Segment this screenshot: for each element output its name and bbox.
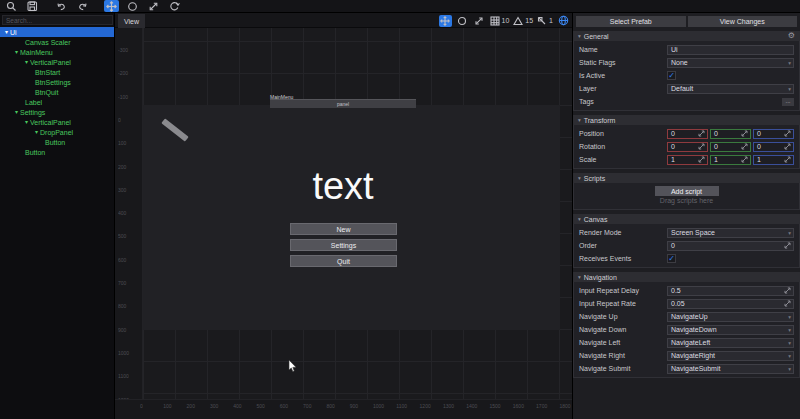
chevron-down-icon[interactable]: ▾: [15, 49, 18, 55]
vector-field-x[interactable]: 0: [667, 142, 708, 152]
ruler-left: -300-200-1000100200300400500600700800900…: [115, 28, 143, 399]
vector-field-x[interactable]: 0: [667, 129, 708, 139]
tree-item-btnquit[interactable]: BtnQuit: [0, 87, 114, 97]
field-value: NavigateRight: [671, 352, 715, 359]
tree-item-button[interactable]: Button: [0, 147, 114, 157]
navigate-submit-dropdown[interactable]: NavigateSubmit▾: [667, 364, 794, 374]
tree-item-label[interactable]: Label: [0, 97, 114, 107]
vector-field-y[interactable]: 0: [710, 142, 751, 152]
tree-item-mainmenu[interactable]: ▾MainMenu: [0, 47, 114, 57]
section-header-navigation[interactable]: ▾Navigation: [573, 272, 800, 282]
section-header-transform[interactable]: ▾Transform: [573, 115, 800, 125]
grid-snap-control[interactable]: 10: [490, 15, 510, 27]
ruler-bottom-label: 1700: [536, 403, 547, 409]
tree-item-label: MainMenu: [20, 49, 53, 56]
scene-button-settings[interactable]: Settings: [290, 239, 397, 251]
section-title: Canvas: [584, 216, 608, 223]
tree-item-button[interactable]: Button: [0, 137, 114, 147]
ruler-bottom-label: 700: [303, 403, 311, 409]
field-label: Receives Events: [579, 255, 667, 262]
vector-field-z[interactable]: 1: [753, 155, 794, 165]
globe-icon[interactable]: [557, 15, 570, 27]
static-flags-dropdown[interactable]: None▾: [667, 58, 794, 68]
layer-dropdown[interactable]: Default▾: [667, 84, 794, 94]
ruler-bottom-label: 500: [257, 403, 265, 409]
input-repeat-delay-field[interactable]: 0.5: [667, 286, 794, 296]
tree-item-btnsettings[interactable]: BtnSettings: [0, 77, 114, 87]
vector-field-x[interactable]: 1: [667, 155, 708, 165]
navigate-up-dropdown[interactable]: NavigateUp▾: [667, 312, 794, 322]
cursor-tool-control[interactable]: 1: [537, 15, 553, 27]
section-body: Add scriptDrag scripts here: [573, 183, 800, 210]
search-icon[interactable]: [4, 0, 19, 12]
redo-icon[interactable]: [75, 0, 90, 12]
tree-item-verticalpanel[interactable]: ▾VerticalPanel: [0, 57, 114, 67]
field-value: None: [671, 59, 688, 66]
ruler-bottom-label: 400: [233, 403, 241, 409]
section-header-general[interactable]: ▾General⚙: [573, 31, 800, 41]
receives-events-checkbox[interactable]: ✓: [667, 254, 676, 263]
scale-tool-icon[interactable]: [473, 15, 486, 27]
undo-icon[interactable]: [54, 0, 69, 12]
vector-field-z[interactable]: 0: [753, 142, 794, 152]
scene-button-quit[interactable]: Quit: [290, 255, 397, 267]
row-render-mode: Render ModeScreen Space▾: [574, 226, 799, 239]
section-header-scripts[interactable]: ▾Scripts: [573, 173, 800, 183]
rotate-tool-icon[interactable]: [456, 15, 469, 27]
chevron-down-icon[interactable]: ▾: [25, 119, 28, 125]
navigate-right-dropdown[interactable]: NavigateRight▾: [667, 351, 794, 361]
tree-item-btnstart[interactable]: BtnStart: [0, 67, 114, 77]
gear-icon[interactable]: ⚙: [788, 32, 795, 40]
scene-viewport[interactable]: -300-200-1000100200300400500600700800900…: [115, 13, 572, 419]
view-changes-button[interactable]: View Changes: [688, 16, 798, 27]
scale-tool-icon[interactable]: [146, 0, 161, 12]
vector-field-y[interactable]: 1: [710, 155, 751, 165]
rotate-tool-icon[interactable]: [125, 0, 140, 12]
order-field[interactable]: 0: [667, 241, 794, 251]
name-field[interactable]: Ui: [667, 45, 794, 55]
scene-button-new[interactable]: New: [290, 223, 397, 235]
row-name: NameUi: [574, 43, 799, 56]
tree-item-verticalpanel[interactable]: ▾VerticalPanel: [0, 117, 114, 127]
tags-more-button[interactable]: ...: [782, 98, 794, 106]
move-tool-icon[interactable]: [104, 0, 119, 12]
navigate-left-dropdown[interactable]: NavigateLeft▾: [667, 338, 794, 348]
tree-item-droppanel[interactable]: ▾DropPanel: [0, 127, 114, 137]
row-scale: Scale111: [574, 153, 799, 166]
tree-item-canvas-scaler[interactable]: Canvas Scaler: [0, 37, 114, 47]
field-label: Static Flags: [579, 59, 667, 66]
input-repeat-rate-field[interactable]: 0.05: [667, 299, 794, 309]
save-icon[interactable]: [25, 0, 40, 12]
field-value: NavigateDown: [671, 326, 717, 333]
search-input[interactable]: [2, 15, 113, 25]
add-script-button[interactable]: Add script: [655, 186, 719, 196]
chevron-down-icon[interactable]: ▾: [35, 129, 38, 135]
chevron-down-icon[interactable]: ▾: [25, 59, 28, 65]
tab-view[interactable]: View: [118, 14, 145, 28]
row-navigate-right: Navigate RightNavigateRight▾: [574, 349, 799, 362]
scene-label-text[interactable]: text: [243, 165, 443, 208]
section-header-canvas[interactable]: ▾Canvas: [573, 214, 800, 224]
tree-item-settings[interactable]: ▾Settings: [0, 107, 114, 117]
mouse-cursor-icon: [288, 360, 298, 373]
vector-field-y[interactable]: 0: [710, 129, 751, 139]
is-active-checkbox[interactable]: ✓: [667, 71, 676, 80]
field-label: Render Mode: [579, 229, 667, 236]
navigate-down-dropdown[interactable]: NavigateDown▾: [667, 325, 794, 335]
field-label: Navigate Right: [579, 352, 667, 359]
section-title: Transform: [584, 117, 616, 124]
chevron-down-icon[interactable]: ▾: [5, 29, 8, 35]
vector-field-z[interactable]: 0: [753, 129, 794, 139]
select-prefab-button[interactable]: Select Prefab: [576, 16, 686, 27]
chevron-down-icon[interactable]: ▾: [15, 109, 18, 115]
tree-item-ui[interactable]: ▾Ui: [0, 27, 114, 37]
ruler-left-label: 800: [118, 303, 126, 309]
field-value: Screen Space: [671, 229, 715, 236]
angle-snap-control[interactable]: 15: [513, 15, 533, 27]
move-tool-icon[interactable]: [439, 15, 452, 27]
scene-top-panel[interactable]: panel: [270, 99, 416, 108]
field-value: 0: [671, 242, 675, 249]
refresh-icon[interactable]: [167, 0, 182, 12]
render-mode-dropdown[interactable]: Screen Space▾: [667, 228, 794, 238]
section-general: ▾General⚙NameUiStatic FlagsNone▾Is Activ…: [573, 31, 800, 111]
